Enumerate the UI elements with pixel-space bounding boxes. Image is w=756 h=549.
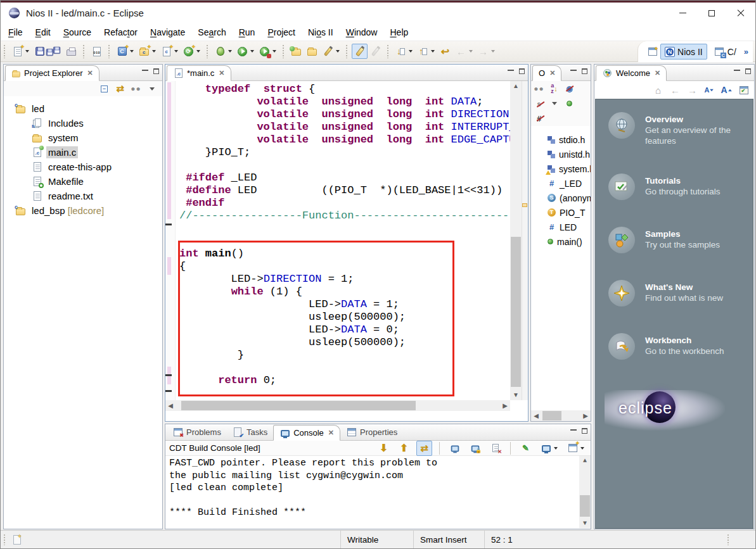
close-view-icon[interactable]: ✕	[549, 69, 555, 77]
console-vertical-scrollbar[interactable]: ▲ ▼	[579, 456, 591, 528]
hide-fields-button[interactable]: ◉	[564, 83, 575, 94]
menu-navigate[interactable]: Navigate	[144, 25, 191, 40]
outline-item-unistd-h[interactable]: unistd.h	[531, 147, 591, 161]
new-c-folder-button[interactable]: c✦	[136, 44, 158, 59]
outline-item-led[interactable]: #LED	[531, 220, 591, 234]
last-edit-location-button[interactable]: ↓	[393, 44, 415, 59]
debug-button[interactable]	[212, 44, 234, 59]
welcome-item-title[interactable]: Overview	[645, 115, 746, 124]
menu-window[interactable]: Window	[340, 25, 384, 40]
toolbar-group-handle[interactable]	[3, 44, 6, 58]
minimize-view-button[interactable]	[570, 70, 577, 73]
pin-console-button[interactable]: ✎	[518, 441, 534, 456]
console-output[interactable]: FAST_CWD pointer. Please report this pro…	[165, 456, 591, 528]
open-element-button[interactable]	[288, 44, 304, 59]
maximize-view-button[interactable]	[153, 68, 159, 74]
tab-console[interactable]: Console✕	[273, 425, 340, 441]
tab-welcome[interactable]: Welcome ✕	[596, 65, 667, 81]
outline-item-pio_t[interactable]: TPIO_T	[531, 205, 591, 220]
welcome-item-title[interactable]: What's New	[645, 282, 746, 292]
open-marker-button[interactable]	[368, 44, 383, 59]
dropdown-caret-icon[interactable]	[174, 50, 178, 53]
nav-back-button[interactable]: ←	[670, 85, 681, 96]
print-button[interactable]	[63, 44, 79, 59]
dropdown-caret-icon[interactable]	[272, 50, 276, 53]
welcome-link-tutorials[interactable]: TutorialsGo through tutorials	[608, 174, 753, 200]
dropdown-caret-icon[interactable]	[469, 50, 473, 53]
dropdown-caret-icon[interactable]	[25, 50, 29, 53]
collapse-all-button[interactable]: −	[99, 84, 110, 94]
clear-console-button[interactable]: ✕	[487, 441, 503, 456]
forward-button[interactable]: →	[475, 44, 497, 59]
view-menu-caret-button[interactable]	[146, 84, 157, 94]
toolbar-group-handle[interactable]	[387, 44, 390, 58]
public-only-button[interactable]	[564, 98, 575, 109]
tree-item-system[interactable]: system	[4, 130, 162, 145]
menu-search[interactable]: Search	[191, 25, 232, 40]
close-view-icon[interactable]: ✕	[655, 69, 660, 77]
scroll-down-icon[interactable]: ▼	[510, 390, 522, 400]
customize-page-button[interactable]: ✔	[738, 85, 749, 96]
close-editor-icon[interactable]: ✕	[219, 69, 224, 77]
quick-diff-ruler[interactable]	[165, 81, 176, 411]
mark-occurrences-button[interactable]	[352, 44, 368, 59]
minimize-button[interactable]	[668, 3, 697, 23]
editor-body[interactable]: typedef struct { volatile unsigned long …	[165, 81, 528, 411]
minimize-view-button[interactable]	[734, 70, 740, 73]
dropdown-caret-icon[interactable]	[228, 50, 232, 53]
menu-source[interactable]: Source	[57, 25, 98, 40]
next-error-button[interactable]: ⬇	[376, 441, 392, 456]
scrollbar-thumb[interactable]	[580, 495, 590, 517]
dropdown-caret-icon[interactable]	[409, 50, 413, 53]
welcome-link-what-s-new[interactable]: What's NewFind out what is new	[608, 280, 753, 306]
maximize-editor-button[interactable]	[519, 68, 525, 74]
toolbar-group-handle[interactable]	[108, 44, 111, 58]
scroll-left-icon[interactable]: ◀	[165, 400, 176, 411]
build-project-button[interactable]: ⟳✦	[181, 44, 203, 59]
tab-problems[interactable]: ✖Problems	[167, 424, 227, 440]
dropdown-caret-icon[interactable]	[250, 50, 254, 53]
open-console-button[interactable]: ✦	[565, 441, 587, 456]
scroll-up-icon[interactable]: ▲	[510, 81, 522, 91]
outline-horizontal-scrollbar[interactable]: ◀ ▶	[531, 410, 591, 421]
nav-forward-button[interactable]: →	[687, 85, 698, 96]
open-perspective-button[interactable]: ✦	[648, 47, 657, 56]
perspective-overflow-icon[interactable]: »	[744, 47, 748, 56]
outline-item-system-h[interactable]: system.h	[531, 161, 591, 176]
tree-item-main-c[interactable]: .cmain.c	[4, 145, 162, 160]
prev-error-button[interactable]: ⬆	[396, 441, 412, 456]
show-stdout-button[interactable]	[447, 441, 463, 456]
close-button[interactable]	[726, 3, 755, 23]
save-button[interactable]	[32, 44, 48, 59]
scroll-right-icon[interactable]: ▶	[500, 400, 510, 411]
menu-nios-ii[interactable]: Nios II	[302, 25, 340, 40]
dropdown-caret-icon[interactable]	[152, 50, 156, 53]
font-increase-button[interactable]: A	[721, 85, 732, 96]
tab-project-explorer[interactable]: Project Explorer ✕	[5, 65, 99, 81]
welcome-link-samples[interactable]: SamplesTry out the samples	[608, 227, 753, 253]
perspective-c-[interactable]: CC/	[710, 44, 741, 60]
tree-item-led_bsp[interactable]: cled_bsp [ledcore]	[4, 203, 162, 218]
run-external-button[interactable]	[257, 44, 279, 59]
outline-item-_led[interactable]: #_LED	[531, 176, 591, 191]
welcome-item-title[interactable]: Tutorials	[645, 176, 746, 186]
save-all-button[interactable]	[48, 44, 63, 59]
outline-item-main-[interactable]: main()	[531, 234, 591, 249]
menu-refactor[interactable]: Refactor	[98, 25, 144, 40]
scroll-left-icon[interactable]: ◀	[531, 410, 541, 421]
perspective-nios-ii[interactable]: NNios II	[660, 44, 707, 60]
hide-macros-button[interactable]: #	[534, 113, 544, 124]
toolbar-group-handle[interactable]	[345, 44, 349, 58]
menu-file[interactable]: File	[2, 25, 29, 40]
tab-outline[interactable]: O ✕	[532, 65, 561, 81]
display-selected-console-button[interactable]	[538, 441, 560, 456]
scrollbar-thumb[interactable]	[542, 411, 561, 420]
view-menu-dots-button[interactable]: ●●	[131, 84, 141, 94]
editor-vertical-scrollbar[interactable]: ▲ ▼	[510, 81, 522, 400]
menu-run[interactable]: Run	[233, 25, 262, 40]
menu-help[interactable]: Help	[383, 25, 414, 40]
view-menu-caret-button[interactable]	[549, 98, 560, 109]
tab-tasks[interactable]: ✔Tasks	[227, 424, 273, 440]
minimize-view-button[interactable]	[570, 429, 577, 432]
dropdown-caret-icon[interactable]	[491, 50, 495, 53]
